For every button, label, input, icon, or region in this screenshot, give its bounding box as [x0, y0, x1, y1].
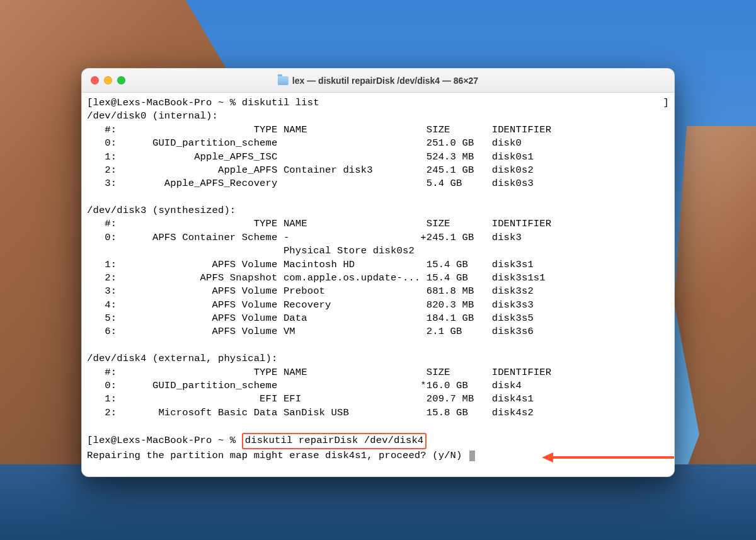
table-header: #: TYPE NAME SIZE IDENTIFIER	[87, 218, 551, 229]
table-row: 5: APFS Volume Data 184.1 GB disk3s5	[87, 313, 534, 324]
window-title-bar[interactable]: lex — diskutil repairDisk /dev/disk4 — 8…	[82, 69, 674, 93]
table-row: 3: Apple_APFS_Recovery 5.4 GB disk0s3	[87, 178, 534, 189]
table-header: #: TYPE NAME SIZE IDENTIFIER	[87, 124, 551, 135]
highlighted-command: diskutil repairDisk /dev/disk4	[242, 433, 427, 449]
table-row: 2: Apple_APFS Container disk3 245.1 GB d…	[87, 164, 534, 176]
table-row: 3: APFS Volume Preboot 681.8 MB disk3s2	[87, 285, 534, 297]
close-button[interactable]	[91, 76, 99, 84]
window-title: lex — diskutil repairDisk /dev/disk4 — 8…	[278, 76, 478, 86]
table-row: 2: APFS Snapshot com.apple.os.update-...…	[87, 272, 546, 284]
disk-header: /dev/disk4 (external, physical):	[87, 353, 277, 364]
window-title-text: lex — diskutil repairDisk /dev/disk4 — 8…	[292, 76, 478, 86]
table-row: 6: APFS Volume VM 2.1 GB disk3s6	[87, 326, 534, 337]
terminal-output[interactable]: [lex@Lexs-MacBook-Pro ~ % diskutil list]…	[82, 93, 674, 476]
table-row: 1: APFS Volume Macintosh HD 15.4 GB disk…	[87, 259, 534, 270]
minimize-button[interactable]	[104, 76, 112, 84]
folder-icon	[278, 76, 289, 85]
bracket-close: ]	[663, 96, 669, 110]
table-header: #: TYPE NAME SIZE IDENTIFIER	[87, 367, 551, 378]
table-row: 1: Apple_APFS_ISC 524.3 MB disk0s1	[87, 151, 534, 163]
disk-header: /dev/disk0 (internal):	[87, 110, 218, 122]
cursor-icon	[469, 451, 475, 461]
table-row: 4: APFS Volume Recovery 820.3 MB disk3s3	[87, 299, 534, 311]
table-row: 0: GUID_partition_scheme *16.0 GB disk4	[87, 380, 522, 391]
traffic-lights	[91, 76, 125, 84]
svg-marker-1	[542, 452, 553, 462]
disk-header: /dev/disk3 (synthesized):	[87, 205, 236, 216]
table-row: 0: APFS Container Scheme - +245.1 GB dis…	[87, 232, 522, 243]
table-row: 2: Microsoft Basic Data SanDisk USB 15.8…	[87, 407, 534, 418]
maximize-button[interactable]	[117, 76, 125, 84]
table-row: 0: GUID_partition_scheme 251.0 GB disk0	[87, 137, 522, 149]
annotation-arrow-icon	[542, 450, 674, 465]
table-row: Physical Store disk0s2	[87, 245, 415, 256]
prompt-line: [lex@Lexs-MacBook-Pro ~ % diskutil list	[87, 97, 319, 108]
terminal-window[interactable]: lex — diskutil repairDisk /dev/disk4 — 8…	[81, 68, 675, 477]
prompt-line: [lex@Lexs-MacBook-Pro ~ % diskutil repai…	[87, 435, 427, 446]
table-row: 1: EFI EFI 209.7 MB disk4s1	[87, 393, 534, 405]
confirm-prompt: Repairing the partition map might erase …	[87, 450, 468, 461]
